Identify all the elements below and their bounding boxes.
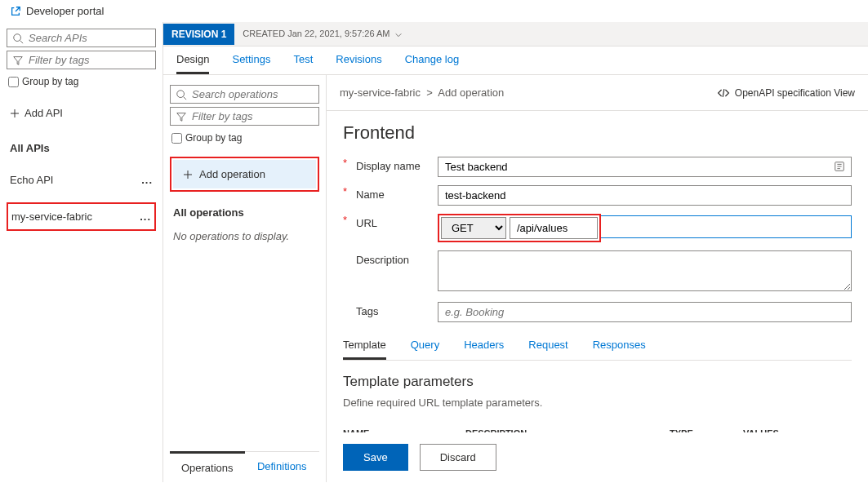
breadcrumb: my-service-fabric > Add operation bbox=[340, 86, 504, 99]
api-item-echo[interactable]: Echo API ... bbox=[7, 166, 156, 194]
template-params-title: Template parameters bbox=[343, 374, 852, 390]
tab-test[interactable]: Test bbox=[293, 53, 313, 74]
group-by-tag-input[interactable] bbox=[8, 77, 19, 87]
api-sidebar: Group by tag Add API All APIs Echo API .… bbox=[0, 22, 163, 482]
params-table-header: NAME DESCRIPTION TYPE VALUES bbox=[343, 422, 852, 432]
detail-panel: my-service-fabric > Add operation OpenAP… bbox=[327, 75, 868, 482]
filter-icon bbox=[176, 111, 187, 122]
display-name-label: Display name bbox=[356, 157, 438, 172]
display-name-input[interactable] bbox=[438, 157, 852, 177]
description-label: Description bbox=[356, 250, 438, 266]
filter-icon bbox=[12, 55, 24, 66]
tab-definitions[interactable]: Definitions bbox=[245, 452, 320, 482]
http-method-select[interactable]: GET bbox=[441, 217, 506, 239]
group-by-tag-label: Group by tag bbox=[22, 76, 78, 87]
add-operation-highlight: Add operation bbox=[170, 157, 319, 192]
tags-input[interactable] bbox=[438, 302, 852, 322]
tags-label: Tags bbox=[356, 302, 438, 317]
ops-group-by-tag-input[interactable] bbox=[171, 133, 182, 144]
tab-revisions[interactable]: Revisions bbox=[336, 53, 381, 74]
more-icon[interactable]: ... bbox=[141, 174, 153, 186]
ops-group-by-tag-checkbox[interactable]: Group by tag bbox=[171, 132, 318, 144]
all-operations-header: All operations bbox=[170, 203, 319, 230]
add-operation-button[interactable]: Add operation bbox=[173, 160, 316, 188]
frontend-sub-tabs: Template Query Headers Request Responses bbox=[343, 339, 852, 361]
search-operations-input[interactable] bbox=[192, 88, 314, 100]
required-spacer bbox=[343, 302, 349, 314]
required-marker: * bbox=[343, 214, 349, 226]
no-operations-text: No operations to display. bbox=[170, 230, 319, 242]
description-input[interactable] bbox=[438, 250, 852, 291]
revision-badge: REVISION 1 bbox=[163, 24, 234, 45]
name-input[interactable] bbox=[438, 185, 852, 206]
subtab-query[interactable]: Query bbox=[411, 339, 439, 360]
discard-button[interactable]: Discard bbox=[420, 444, 496, 471]
operations-panel: Group by tag Add operation All operation… bbox=[163, 75, 327, 482]
tab-design[interactable]: Design bbox=[176, 53, 209, 74]
subtab-template[interactable]: Template bbox=[343, 339, 386, 360]
subtab-responses[interactable]: Responses bbox=[593, 339, 646, 360]
breadcrumb-api[interactable]: my-service-fabric bbox=[340, 86, 421, 99]
url-rest-input[interactable] bbox=[601, 215, 852, 238]
filter-ops-tags-input[interactable] bbox=[192, 110, 314, 122]
required-spacer bbox=[343, 250, 349, 263]
group-by-tag-checkbox[interactable]: Group by tag bbox=[8, 76, 154, 87]
search-icon bbox=[176, 89, 187, 100]
action-bar: Save Discard bbox=[327, 432, 868, 482]
save-button[interactable]: Save bbox=[343, 444, 408, 471]
openapi-view-link[interactable]: OpenAPI specification View bbox=[717, 87, 855, 99]
frontend-form: Frontend * Display name * Name bbox=[327, 111, 868, 432]
filter-ops-tags-box[interactable] bbox=[170, 107, 319, 126]
revision-bar: REVISION 1 CREATED Jan 22, 2021, 9:57:26… bbox=[163, 22, 868, 47]
svg-point-1 bbox=[177, 90, 185, 97]
url-highlight: GET bbox=[438, 214, 601, 242]
ops-group-by-tag-label: Group by tag bbox=[185, 132, 242, 144]
filter-tags-input[interactable] bbox=[29, 54, 150, 66]
search-operations-box[interactable] bbox=[170, 85, 319, 104]
breadcrumb-row: my-service-fabric > Add operation OpenAP… bbox=[327, 75, 868, 111]
search-icon bbox=[12, 33, 24, 44]
tab-settings[interactable]: Settings bbox=[232, 53, 270, 74]
developer-portal-link[interactable]: Developer portal bbox=[0, 0, 868, 22]
main-tabs: Design Settings Test Revisions Change lo… bbox=[163, 47, 868, 75]
ops-bottom-tabs: Operations Definitions bbox=[170, 451, 319, 482]
frontend-heading: Frontend bbox=[343, 122, 852, 144]
search-apis-input[interactable] bbox=[29, 32, 150, 44]
filter-tags-box[interactable] bbox=[7, 51, 156, 69]
developer-portal-label: Developer portal bbox=[26, 5, 104, 17]
add-api-button[interactable]: Add API bbox=[7, 100, 156, 126]
search-apis-box[interactable] bbox=[7, 29, 156, 47]
svg-point-0 bbox=[14, 33, 21, 41]
tab-operations[interactable]: Operations bbox=[170, 451, 245, 482]
revision-created-text: CREATED Jan 22, 2021, 9:57:26 AM bbox=[243, 29, 389, 38]
template-params-desc: Define required URL template parameters. bbox=[343, 397, 852, 409]
code-icon bbox=[717, 88, 730, 98]
add-operation-label: Add operation bbox=[199, 168, 265, 180]
api-item-my-service-fabric[interactable]: my-service-fabric ... bbox=[7, 202, 156, 231]
openapi-link-label: OpenAPI specification View bbox=[735, 87, 855, 99]
chevron-down-icon[interactable] bbox=[394, 31, 403, 39]
form-icon bbox=[834, 161, 845, 172]
plus-icon bbox=[10, 109, 20, 118]
subtab-headers[interactable]: Headers bbox=[464, 339, 504, 360]
url-input[interactable] bbox=[510, 217, 598, 239]
more-icon[interactable]: ... bbox=[140, 210, 151, 223]
plus-icon bbox=[183, 170, 193, 179]
name-label: Name bbox=[356, 185, 438, 201]
api-item-label: my-service-fabric bbox=[11, 210, 92, 223]
subtab-request[interactable]: Request bbox=[528, 339, 568, 360]
all-apis-header: All APIs bbox=[7, 137, 156, 166]
main-area: REVISION 1 CREATED Jan 22, 2021, 9:57:26… bbox=[163, 22, 868, 482]
breadcrumb-current: Add operation bbox=[438, 86, 504, 99]
api-item-label: Echo API bbox=[10, 174, 53, 186]
required-marker: * bbox=[343, 185, 349, 197]
url-label: URL bbox=[356, 214, 438, 229]
tab-changelog[interactable]: Change log bbox=[405, 53, 460, 74]
add-api-label: Add API bbox=[24, 107, 63, 119]
external-link-icon bbox=[10, 6, 21, 17]
revision-created: CREATED Jan 22, 2021, 9:57:26 AM bbox=[243, 29, 402, 38]
required-marker: * bbox=[343, 157, 349, 169]
